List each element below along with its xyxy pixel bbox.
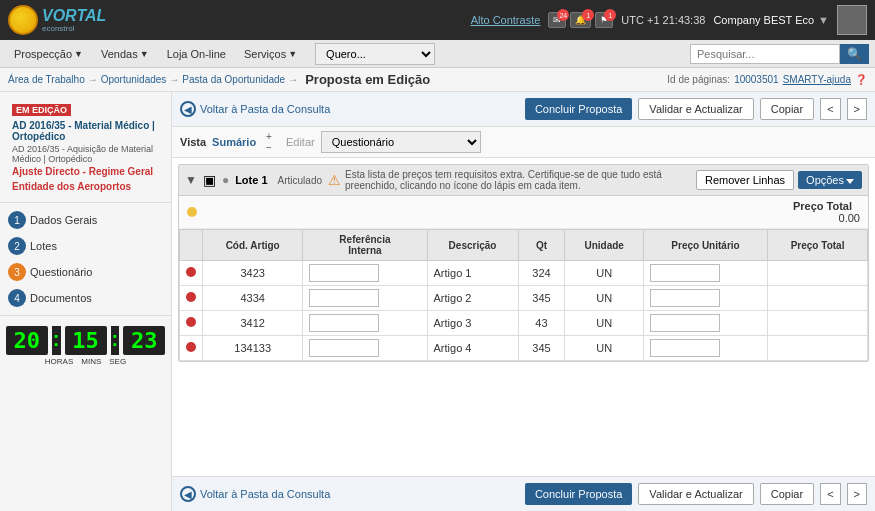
row-ref-1[interactable]: [303, 286, 427, 311]
row-preco-1[interactable]: [643, 286, 767, 311]
expand-btn[interactable]: +: [266, 132, 272, 142]
nav-prospeccao[interactable]: Prospecção ▼: [6, 44, 91, 64]
col-header-qt: Qt: [518, 230, 565, 261]
lot-status-row: Preço Total 0.00: [179, 196, 868, 229]
header-right: Alto Contraste ✉ 24 🔔 1 ⚑ 1 UTC +1 21:43…: [471, 5, 867, 35]
back-icon: ◀: [180, 101, 196, 117]
smarty-link[interactable]: SMARTY-ajuda: [783, 74, 851, 85]
alto-contraste-link[interactable]: Alto Contraste: [471, 14, 541, 26]
preco-input-2[interactable]: [650, 314, 720, 332]
sumario-label[interactable]: Sumário: [212, 136, 256, 148]
validar-button-bottom[interactable]: Validar e Actualizar: [638, 483, 753, 505]
copiar-button[interactable]: Copiar: [760, 98, 814, 120]
company-dropdown-icon[interactable]: ▼: [818, 14, 829, 26]
row-desc-3: Artigo 4: [427, 336, 518, 361]
bottom-toolbar: ◀ Voltar à Pasta da Consulta Concluir Pr…: [172, 476, 875, 511]
row-preco-0[interactable]: [643, 261, 767, 286]
editar-dropdown[interactable]: Questionário: [321, 131, 481, 153]
options-arrow: [846, 174, 854, 186]
col-header-desc: Descrição: [427, 230, 518, 261]
timer: 20 : 15 : 23: [0, 320, 171, 357]
main-layout: EM EDIÇÃO AD 2016/35 - Material Médico |…: [0, 92, 875, 511]
logo-text: VORTAL econstrol: [42, 7, 106, 34]
ref-input-3[interactable]: [309, 339, 379, 357]
view-panel: Vista Sumário + − Editar Questionário: [172, 127, 875, 158]
row-desc-0: Artigo 1: [427, 261, 518, 286]
preco-input-1[interactable]: [650, 289, 720, 307]
ref-input-2[interactable]: [309, 314, 379, 332]
sidebar-item-documentos[interactable]: 4 Documentos: [0, 285, 171, 311]
prev-button[interactable]: <: [820, 98, 840, 120]
search-button[interactable]: 🔍: [840, 44, 869, 64]
breadcrumb-area-trabalho[interactable]: Área de Trabalho: [8, 74, 85, 85]
collapse-btn[interactable]: −: [266, 143, 272, 153]
back-button-bottom[interactable]: ◀ Voltar à Pasta da Consulta: [180, 486, 330, 502]
logo-icon: [8, 5, 38, 35]
lot-name: Lote 1: [235, 174, 267, 186]
nav-loja[interactable]: Loja On-line: [159, 44, 234, 64]
sidebar-title1[interactable]: AD 2016/35 - Material Médico | Ortopédic…: [6, 118, 165, 144]
sidebar-status: EM EDIÇÃO: [12, 104, 71, 116]
row-preco-3[interactable]: [643, 336, 767, 361]
row-ref-2[interactable]: [303, 311, 427, 336]
vista-label: Vista: [180, 136, 206, 148]
row-total-1: [768, 286, 868, 311]
articles-table: Cód. Artigo ReferênciaInterna Descrição …: [179, 229, 868, 361]
next-button-bottom[interactable]: >: [847, 483, 867, 505]
row-unidade-2: UN: [565, 311, 643, 336]
ref-input-1[interactable]: [309, 289, 379, 307]
concluir-button[interactable]: Concluir Proposta: [525, 98, 632, 120]
lot-warning: ⚠ Esta lista de preços tem requisitos ex…: [328, 169, 690, 191]
prev-button-bottom[interactable]: <: [820, 483, 840, 505]
validar-button[interactable]: Validar e Actualizar: [638, 98, 753, 120]
sidebar-item-questionario[interactable]: 3 Questionário: [0, 259, 171, 285]
breadcrumb-pasta[interactable]: Pasta da Oportunidade: [182, 74, 285, 85]
row-unidade-3: UN: [565, 336, 643, 361]
sidebar-label-questionario: Questionário: [30, 266, 92, 278]
row-preco-2[interactable]: [643, 311, 767, 336]
help-icon[interactable]: ❓: [855, 74, 867, 85]
sidebar-num-2: 2: [8, 237, 26, 255]
editar-label: Editar: [286, 136, 315, 148]
sidebar-item-dados-gerais[interactable]: 1 Dados Gerais: [0, 207, 171, 233]
sidebar-label-documentos: Documentos: [30, 292, 92, 304]
breadcrumb-oportunidades[interactable]: Oportunidades: [101, 74, 167, 85]
row-ref-0[interactable]: [303, 261, 427, 286]
copiar-button-bottom[interactable]: Copiar: [760, 483, 814, 505]
preco-input-0[interactable]: [650, 264, 720, 282]
notif1-icon-btn[interactable]: 🔔 1: [570, 12, 591, 28]
row-qt-2: 43: [518, 311, 565, 336]
servicos-chevron: ▼: [288, 49, 297, 59]
lot-collapse-icon[interactable]: ▼: [185, 173, 197, 187]
preco-input-3[interactable]: [650, 339, 720, 357]
back-button[interactable]: ◀ Voltar à Pasta da Consulta: [180, 101, 330, 117]
id-value: 10003501: [734, 74, 779, 85]
lot-checkbox-icon[interactable]: ▣: [203, 172, 216, 188]
bottom-toolbar-right: Concluir Proposta Validar e Actualizar C…: [525, 483, 867, 505]
sidebar-num-1: 1: [8, 211, 26, 229]
utc-time: UTC +1 21:43:38: [621, 14, 705, 26]
row-dot-2: [180, 311, 203, 336]
next-button[interactable]: >: [847, 98, 867, 120]
navbar: Prospecção ▼ Vendas ▼ Loja On-line Servi…: [0, 40, 875, 68]
ref-input-0[interactable]: [309, 264, 379, 282]
nav-vendas[interactable]: Vendas ▼: [93, 44, 157, 64]
mail-icon-btn[interactable]: ✉ 24: [548, 12, 566, 28]
quero-dropdown[interactable]: Quero...: [315, 43, 435, 65]
notif2-icon-btn[interactable]: ⚑ 1: [595, 12, 613, 28]
sidebar-label-lotes: Lotes: [30, 240, 57, 252]
row-dot-3: [180, 336, 203, 361]
concluir-button-bottom[interactable]: Concluir Proposta: [525, 483, 632, 505]
row-total-0: [768, 261, 868, 286]
row-cod-3: 134133: [203, 336, 303, 361]
search-input[interactable]: [690, 44, 840, 64]
lot-header: ▼ ▣ ● Lote 1 Articulado ⚠ Esta lista de …: [179, 165, 868, 196]
row-desc-1: Artigo 2: [427, 286, 518, 311]
row-ref-3[interactable]: [303, 336, 427, 361]
row-qt-3: 345: [518, 336, 565, 361]
sidebar-item-lotes[interactable]: 2 Lotes: [0, 233, 171, 259]
remove-lines-button[interactable]: Remover Linhas: [696, 170, 794, 190]
options-button[interactable]: Opções: [798, 171, 862, 189]
nav-servicos[interactable]: Serviços ▼: [236, 44, 305, 64]
row-total-3: [768, 336, 868, 361]
